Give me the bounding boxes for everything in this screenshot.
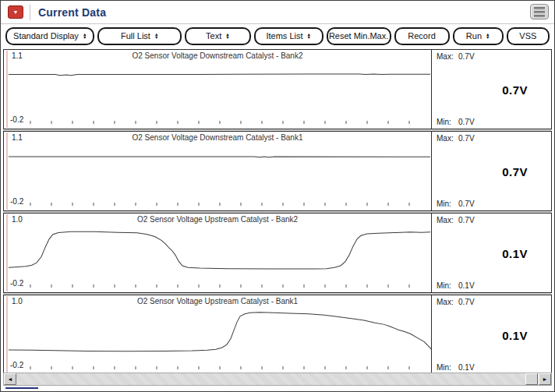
waveform-plot bbox=[4, 214, 431, 292]
title-bar: ▼ Current Data bbox=[1, 1, 554, 24]
button-label: VSS bbox=[519, 31, 536, 41]
current-value: 0.1V bbox=[502, 246, 528, 260]
list-view-icon bbox=[534, 15, 545, 17]
min-value: 0.1V bbox=[458, 363, 475, 372]
min-readout: Min:0.7V bbox=[437, 200, 475, 208]
max-label: Max: bbox=[437, 134, 458, 143]
min-value: 0.7V bbox=[458, 118, 475, 126]
min-value: 0.7V bbox=[458, 200, 475, 208]
items-list-dropdown[interactable]: Items List ▲▼ bbox=[254, 27, 323, 45]
chart-title: O2 Sensor Voltage Downstream Catalyst - … bbox=[4, 51, 431, 60]
value-region: Max:0.7V 0.1V Min:0.1V bbox=[431, 214, 551, 292]
min-label: Min: bbox=[437, 118, 458, 126]
y-axis-min-label: -0.2 bbox=[10, 361, 23, 369]
min-label: Min: bbox=[437, 281, 458, 290]
reset-minmax-button[interactable]: Reset Min.Max. bbox=[327, 27, 391, 45]
view-type-dropdown[interactable]: Text ▲▼ bbox=[185, 27, 251, 45]
chart-panel-upstream-bank1: 1.0 O2 Sensor Voltage Upstream Catalyst … bbox=[3, 295, 552, 375]
y-axis-min-label: -0.2 bbox=[10, 115, 23, 124]
max-label: Max: bbox=[437, 52, 458, 61]
max-label: Max: bbox=[437, 216, 458, 224]
current-data-window: ▼ Current Data Standard Display ▲▼ Full … bbox=[0, 0, 555, 392]
popup-arrows-icon: ▲▼ bbox=[307, 33, 311, 40]
max-value: 0.7V bbox=[458, 52, 475, 61]
min-label: Min: bbox=[437, 363, 458, 372]
scroll-left-icon: ◄ bbox=[8, 376, 13, 382]
scrollbar-thumb[interactable] bbox=[525, 373, 538, 385]
min-readout: Min:0.7V bbox=[437, 118, 475, 126]
button-label: Standard Display bbox=[13, 31, 79, 41]
page-title: Current Data bbox=[38, 6, 106, 19]
popup-arrows-icon: ▲▼ bbox=[83, 33, 87, 40]
max-readout: Max:0.7V bbox=[437, 134, 475, 143]
max-readout: Max:0.7V bbox=[437, 298, 475, 306]
popup-arrows-icon: ▲▼ bbox=[486, 33, 490, 40]
value-region: Max:0.7V 0.7V Min:0.7V bbox=[431, 50, 551, 129]
chart-region: 1.1 O2 Sensor Voltage Downstream Catalys… bbox=[4, 50, 431, 129]
max-label: Max: bbox=[437, 298, 458, 306]
value-region: Max:0.7V 0.7V Min:0.7V bbox=[431, 132, 551, 210]
window-edge-accent bbox=[5, 387, 38, 389]
current-value: 0.7V bbox=[502, 83, 528, 96]
min-value: 0.1V bbox=[458, 281, 475, 290]
chart-panel-downstream-bank1: 1.1 O2 Sensor Voltage Downstream Catalys… bbox=[3, 131, 552, 211]
waveform-plot bbox=[4, 50, 431, 129]
y-axis-min-label: -0.2 bbox=[10, 197, 23, 206]
max-value: 0.7V bbox=[458, 134, 475, 143]
button-label: Items List bbox=[266, 31, 302, 41]
min-readout: Min:0.1V bbox=[437, 363, 475, 372]
list-filter-dropdown[interactable]: Full List ▲▼ bbox=[97, 27, 182, 45]
button-label: Reset Min.Max. bbox=[329, 31, 388, 41]
window-menu-button[interactable]: ▼ bbox=[8, 5, 23, 19]
waveform-plot bbox=[4, 132, 431, 210]
popup-arrows-icon: ▲▼ bbox=[225, 33, 229, 40]
chart-region: 1.0 O2 Sensor Voltage Upstream Catalyst … bbox=[4, 295, 431, 374]
popup-arrows-icon: ▲▼ bbox=[154, 33, 158, 40]
max-value: 0.7V bbox=[458, 298, 475, 306]
waveform-plot bbox=[4, 295, 431, 374]
min-label: Min: bbox=[437, 200, 458, 208]
button-label: Run bbox=[466, 31, 482, 41]
vss-button[interactable]: VSS bbox=[507, 27, 550, 45]
chart-panels: 1.1 O2 Sensor Voltage Downstream Catalys… bbox=[3, 49, 552, 375]
scroll-right-icon: ► bbox=[543, 376, 548, 382]
title-separator bbox=[30, 5, 30, 20]
list-view-icon bbox=[534, 11, 545, 13]
list-view-icon bbox=[534, 7, 545, 9]
value-region: Max:0.7V 0.1V Min:0.1V bbox=[431, 295, 551, 374]
current-value: 0.1V bbox=[502, 328, 528, 341]
scroll-right-button[interactable]: ► bbox=[539, 373, 551, 385]
run-dropdown[interactable]: Run ▲▼ bbox=[453, 27, 504, 45]
max-readout: Max:0.7V bbox=[437, 52, 475, 61]
display-mode-dropdown[interactable]: Standard Display ▲▼ bbox=[5, 27, 94, 45]
record-button[interactable]: Record bbox=[394, 27, 450, 45]
chart-title: O2 Sensor Voltage Upstream Catalyst - Ba… bbox=[4, 297, 431, 305]
max-readout: Max:0.7V bbox=[437, 216, 475, 224]
list-view-button[interactable] bbox=[530, 4, 549, 19]
button-label: Text bbox=[206, 31, 221, 41]
chart-panel-upstream-bank2: 1.0 O2 Sensor Voltage Upstream Catalyst … bbox=[3, 213, 552, 293]
toolbar: Standard Display ▲▼ Full List ▲▼ Text ▲▼… bbox=[1, 24, 554, 48]
max-value: 0.7V bbox=[458, 216, 475, 224]
current-value: 0.7V bbox=[502, 164, 528, 178]
y-axis-min-label: -0.2 bbox=[10, 279, 23, 288]
chart-region: 1.1 O2 Sensor Voltage Downstream Catalys… bbox=[4, 132, 431, 210]
button-label: Full List bbox=[121, 31, 150, 41]
chart-region: 1.0 O2 Sensor Voltage Upstream Catalyst … bbox=[4, 214, 431, 292]
chart-panel-downstream-bank2: 1.1 O2 Sensor Voltage Downstream Catalys… bbox=[3, 49, 552, 129]
horizontal-scrollbar[interactable]: ◄ ► bbox=[3, 373, 552, 386]
menu-dropdown-icon: ▼ bbox=[13, 9, 19, 15]
chart-title: O2 Sensor Voltage Downstream Catalyst - … bbox=[4, 133, 431, 142]
button-label: Record bbox=[408, 31, 435, 41]
scroll-left-button[interactable]: ◄ bbox=[4, 373, 16, 385]
chart-title: O2 Sensor Voltage Upstream Catalyst - Ba… bbox=[4, 215, 431, 224]
min-readout: Min:0.1V bbox=[437, 281, 475, 290]
